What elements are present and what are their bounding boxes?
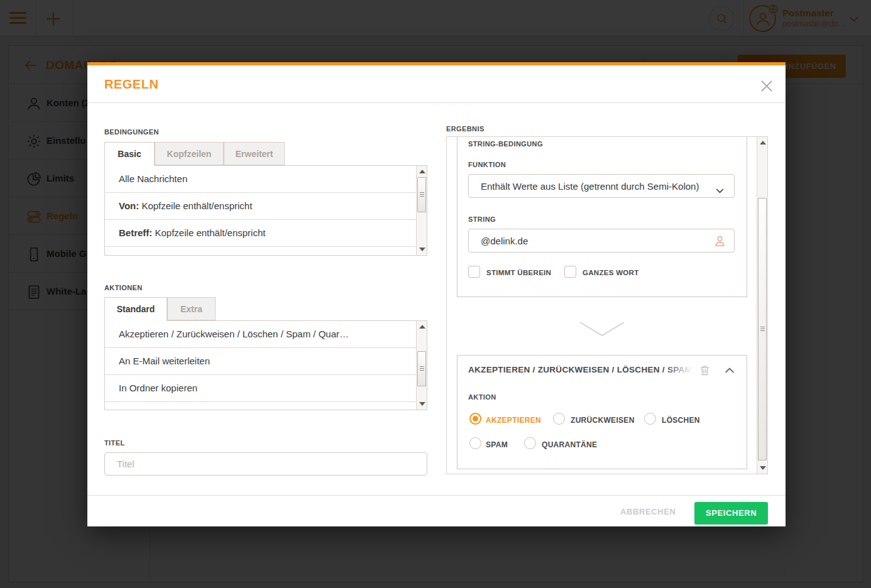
scroll-thumb[interactable] (417, 177, 426, 212)
modal-title: REGELN (104, 77, 158, 92)
radio-quarantaene-label: QUARANTÄNE (542, 440, 597, 449)
tab-erweitert[interactable]: Erweitert (224, 142, 285, 165)
radio-spam[interactable] (469, 437, 481, 449)
tab-basic[interactable]: Basic (104, 142, 155, 166)
tab-standard[interactable]: Standard (104, 297, 167, 321)
stimmt-ueberein-label: STIMMT ÜBEREIN (486, 269, 551, 276)
aktion-panel: AKZEPTIEREN / ZURÜCKWEISEN / LÖSCHEN / S… (457, 355, 747, 469)
scrollbar[interactable] (757, 137, 767, 474)
radio-zurueckweisen[interactable] (553, 413, 565, 425)
scroll-down-arrow[interactable] (418, 245, 426, 253)
modal-footer: ABBRECHEN SPEICHERN (87, 495, 786, 530)
scroll-down-arrow[interactable] (759, 464, 767, 472)
scroll-thumb[interactable] (417, 351, 426, 386)
bedingungen-label: BEDINGUNGEN (104, 128, 159, 136)
list-item[interactable]: Betreff: Kopfzeile enthält/enspricht (105, 220, 427, 247)
connector-chevron-down-icon (579, 320, 625, 340)
aktion-panel-title: AKZEPTIEREN / ZURÜCKWEISEN / LÖSCHEN / S… (468, 365, 698, 379)
radio-spam-label: SPAM (486, 440, 508, 449)
list-item[interactable]: In Ordner kopieren (105, 375, 427, 402)
titel-input[interactable] (105, 453, 427, 475)
ganzes-wort-checkbox[interactable] (564, 266, 576, 278)
titel-label: TITEL (104, 439, 125, 447)
ergebnis-label: ERGEBNIS (446, 125, 485, 133)
titel-field-wrap (104, 452, 427, 476)
string-label: STRING (468, 215, 496, 223)
trash-icon[interactable] (698, 364, 711, 379)
aktionen-list: Akzeptieren / Zurückweisen / Löschen / S… (104, 320, 427, 410)
close-icon[interactable] (759, 78, 775, 94)
radio-quarantaene[interactable] (524, 437, 536, 449)
scrollbar[interactable] (416, 166, 427, 255)
chevron-down-icon (715, 181, 725, 204)
string-input[interactable] (469, 229, 734, 252)
scrollbar[interactable] (416, 321, 427, 410)
radio-akzeptieren[interactable] (469, 413, 481, 425)
ergebnis-scroll-area: STRING-BEDINGUNG FUNKTION Enthält Werte … (446, 136, 768, 474)
bedingungen-list: Alle Nachrichten Von: Kopfzeile enthält/… (104, 165, 427, 256)
radio-loeschen[interactable] (644, 413, 656, 425)
string-field-wrap (468, 229, 735, 253)
funktion-select[interactable]: Enthält Werte aus Liste (getrennt durch … (468, 174, 735, 198)
list-item[interactable]: An E-Mail weiterleiten (105, 348, 427, 375)
list-item[interactable]: Nachrichteninhalt (105, 247, 427, 256)
list-item[interactable]: Akzeptieren / Zurückweisen / Löschen / S… (105, 321, 427, 348)
list-item[interactable]: In Ordner verschieben (105, 402, 427, 410)
radio-zurueckweisen-label: ZURÜCKWEISEN (571, 416, 635, 425)
scroll-thumb[interactable] (758, 198, 767, 460)
string-bedingung-title: STRING-BEDINGUNG (468, 140, 543, 148)
stimmt-ueberein-checkbox[interactable] (468, 266, 480, 278)
scroll-up-arrow[interactable] (418, 168, 426, 176)
text-fade (665, 365, 699, 379)
chevron-up-icon[interactable] (723, 364, 736, 379)
radio-akzeptieren-label: AKZEPTIEREN (486, 416, 541, 425)
tab-kopfzeilen[interactable]: Kopfzeilen (155, 142, 224, 165)
scroll-up-arrow[interactable] (418, 323, 426, 331)
scroll-up-arrow[interactable] (759, 139, 767, 147)
scroll-down-arrow[interactable] (418, 400, 426, 408)
screen: Postmaster postmaster@do… DOMAIN.DE AUSW… (0, 0, 871, 588)
cancel-button[interactable]: ABBRECHEN (620, 507, 676, 516)
ganzes-wort-label: GANZES WORT (583, 269, 639, 276)
save-button[interactable]: SPEICHERN (694, 502, 768, 525)
aktionen-label: AKTIONEN (104, 284, 143, 291)
radio-loeschen-label: LÖSCHEN (662, 416, 700, 425)
tab-extra[interactable]: Extra (167, 297, 216, 320)
string-bedingung-panel: STRING-BEDINGUNG FUNKTION Enthält Werte … (457, 136, 747, 297)
divider (87, 102, 786, 103)
funktion-label: FUNKTION (468, 161, 506, 168)
regeln-modal: REGELN BEDINGUNGEN Basic Kopfzeilen Erwe… (87, 62, 786, 526)
list-item[interactable]: Von: Kopfzeile enthält/enspricht (105, 193, 427, 220)
aktion-label: AKTION (468, 393, 496, 401)
list-item[interactable]: Alle Nachrichten (105, 166, 427, 193)
contact-person-icon[interactable] (713, 234, 726, 250)
